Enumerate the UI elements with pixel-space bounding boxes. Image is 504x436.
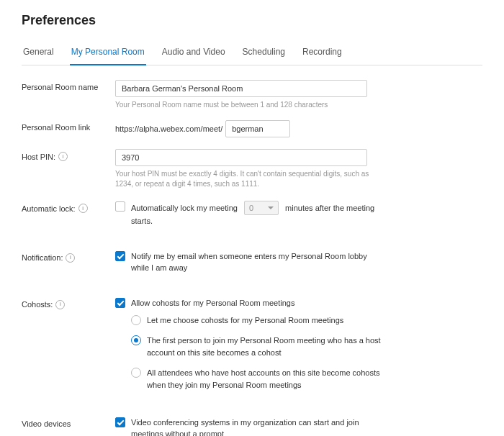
auto-lock-text-before: Automatically lock my meeting bbox=[131, 204, 238, 212]
page-title: Preferences bbox=[22, 13, 482, 28]
info-icon[interactable]: i bbox=[66, 253, 75, 263]
label-notification: Notification: bbox=[22, 253, 63, 262]
tab-audio-video[interactable]: Audio and Video bbox=[161, 41, 227, 65]
label-room-name: Personal Room name bbox=[22, 80, 115, 91]
room-link-prefix: https://alpha.webex.com/meet/ bbox=[115, 124, 222, 133]
label-cohosts: Cohosts: bbox=[22, 300, 53, 309]
cohost-opt3-text: All attendees who have host accounts on … bbox=[147, 367, 399, 392]
tab-recording[interactable]: Recording bbox=[301, 41, 343, 65]
tab-scheduling[interactable]: Scheduling bbox=[241, 41, 287, 65]
tab-general[interactable]: General bbox=[22, 41, 55, 65]
label-video-devices: Video devices bbox=[22, 417, 115, 428]
select-lock-minutes[interactable]: 0 bbox=[244, 201, 279, 215]
radio-cohost-choose[interactable] bbox=[131, 315, 141, 325]
checkbox-auto-lock[interactable] bbox=[115, 201, 125, 212]
radio-cohost-first-person[interactable] bbox=[131, 335, 141, 345]
helper-host-pin: Your host PIN must be exactly 4 digits. … bbox=[115, 169, 374, 189]
cohost-opt2-text: The first person to join my Personal Roo… bbox=[147, 335, 399, 360]
checkbox-allow-cohosts[interactable] bbox=[115, 298, 125, 308]
info-icon[interactable]: i bbox=[78, 204, 88, 213]
input-room-link[interactable] bbox=[225, 120, 290, 137]
info-icon[interactable]: i bbox=[58, 152, 68, 161]
checkbox-video-devices[interactable] bbox=[115, 417, 125, 427]
info-icon[interactable]: i bbox=[55, 300, 65, 309]
label-room-link: Personal Room link bbox=[22, 120, 115, 132]
radio-cohost-all-attendees[interactable] bbox=[131, 368, 141, 378]
tab-my-personal-room[interactable]: My Personal Room bbox=[70, 41, 146, 65]
cohost-opt1-text: Let me choose cohosts for my Personal Ro… bbox=[147, 314, 399, 327]
chevron-down-icon bbox=[268, 206, 274, 209]
checkbox-notification[interactable] bbox=[115, 251, 125, 261]
tabs: General My Personal Room Audio and Video… bbox=[22, 41, 482, 65]
video-devices-text: Video conferencing systems in my organiz… bbox=[131, 417, 383, 436]
input-room-name[interactable] bbox=[115, 80, 367, 97]
notification-text: Notify me by email when someone enters m… bbox=[131, 250, 383, 274]
label-host-pin: Host PIN: bbox=[22, 153, 55, 161]
helper-room-name: Your Personal Room name must be between … bbox=[115, 100, 374, 110]
input-host-pin[interactable] bbox=[115, 149, 367, 166]
label-auto-lock: Automatic lock: bbox=[22, 204, 76, 213]
cohosts-checkbox-text: Allow cohosts for my Personal Room meeti… bbox=[131, 297, 383, 309]
